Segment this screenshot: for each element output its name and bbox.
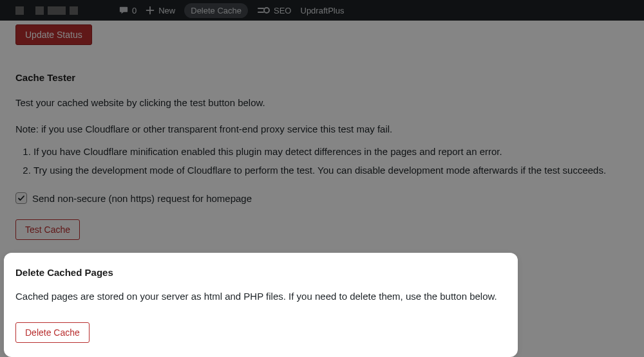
delete-cache-button[interactable]: Delete Cache — [15, 322, 90, 343]
popup-title: Delete Cached Pages — [15, 267, 506, 278]
popup-body: Cached pages are stored on your server a… — [15, 289, 506, 303]
delete-cached-pages-popup: Delete Cached Pages Cached pages are sto… — [4, 253, 518, 357]
